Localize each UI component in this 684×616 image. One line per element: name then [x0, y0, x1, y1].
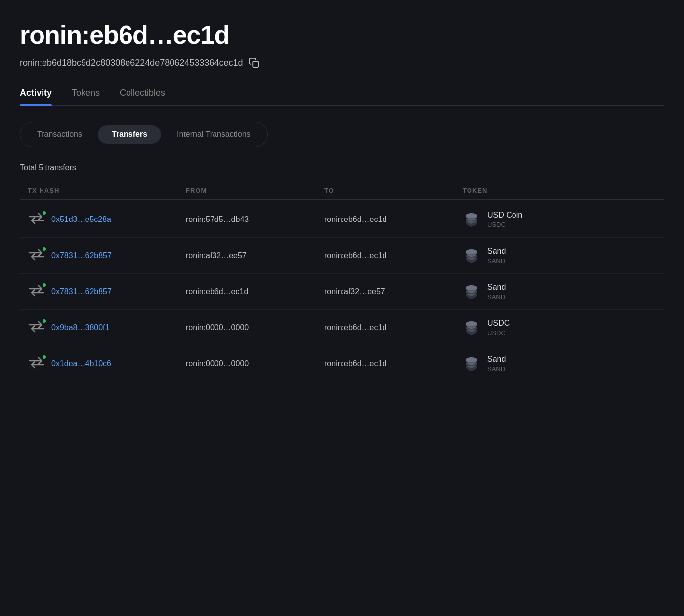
table-row: 0x51d3…e5c28a ronin:57d5…db43 ronin:eb6d… [20, 202, 664, 238]
tx-hash-link[interactable]: 0x51d3…e5c28a [51, 215, 111, 224]
subtab-internal-transactions[interactable]: Internal Transactions [163, 125, 264, 144]
address-row: ronin:eb6d18bc9d2c80308e6224de7806245333… [20, 57, 664, 68]
subtabs-container: Transactions Transfers Internal Transact… [20, 122, 268, 147]
to-address: ronin:eb6d…ec1d [324, 323, 463, 332]
table-row: 0x7831…62b857 ronin:af32…ee57 ronin:eb6d… [20, 238, 664, 274]
tx-hash-cell: 0x7831…62b857 [28, 284, 186, 300]
token-symbol: USDC [487, 329, 510, 337]
token-info: Sand SAND [487, 283, 506, 301]
tx-icon [28, 248, 45, 264]
token-symbol: SAND [487, 365, 506, 373]
from-address: ronin:eb6d…ec1d [186, 287, 324, 296]
tx-icon [28, 356, 45, 372]
status-dot [42, 354, 47, 360]
status-dot [42, 282, 47, 288]
tx-hash-cell: 0x7831…62b857 [28, 248, 186, 264]
token-stack-icon [463, 212, 480, 227]
tx-hash-link[interactable]: 0x9ba8…3800f1 [51, 323, 109, 332]
table-header: TX HASH FROM TO TOKEN [20, 182, 664, 200]
token-stack-icon [463, 248, 480, 264]
transfers-table: TX HASH FROM TO TOKEN 0x51d3…e5c28a roni… [20, 182, 664, 382]
token-cell: Sand SAND [463, 247, 656, 264]
tx-hash-cell: 0x51d3…e5c28a [28, 212, 186, 227]
to-address: ronin:eb6d…ec1d [324, 359, 463, 368]
tab-tokens[interactable]: Tokens [72, 88, 100, 105]
table-row: 0x9ba8…3800f1 ronin:0000…0000 ronin:eb6d… [20, 310, 664, 346]
token-stack-icon [463, 320, 480, 336]
tab-collectibles[interactable]: Collectibles [120, 88, 165, 105]
from-address: ronin:0000…0000 [186, 323, 324, 332]
token-cell: Sand SAND [463, 355, 656, 373]
token-symbol: USDC [487, 221, 522, 228]
token-info: USD Coin USDC [487, 211, 522, 228]
token-cell: USDC USDC [463, 319, 656, 337]
subtab-transfers[interactable]: Transfers [98, 125, 161, 144]
col-header-from: FROM [186, 187, 324, 194]
from-address: ronin:0000…0000 [186, 359, 324, 368]
tx-hash-link[interactable]: 0x7831…62b857 [51, 251, 112, 260]
to-address: ronin:af32…ee57 [324, 287, 463, 296]
tx-hash-cell: 0x1dea…4b10c6 [28, 356, 186, 372]
token-info: Sand SAND [487, 247, 506, 264]
token-stack-icon [463, 284, 480, 300]
token-symbol: SAND [487, 293, 506, 301]
total-transfers-label: Total 5 transfers [20, 163, 664, 172]
to-address: ronin:eb6d…ec1d [324, 251, 463, 260]
table-row: 0x7831…62b857 ronin:eb6d…ec1d ronin:af32… [20, 274, 664, 310]
page-title: ronin:eb6d…ec1d [20, 20, 664, 49]
to-address: ronin:eb6d…ec1d [324, 215, 463, 224]
copy-icon[interactable] [249, 57, 259, 68]
full-address: ronin:eb6d18bc9d2c80308e6224de7806245333… [20, 58, 243, 68]
svg-rect-0 [253, 61, 259, 67]
token-symbol: SAND [487, 257, 506, 264]
from-address: ronin:af32…ee57 [186, 251, 324, 260]
col-header-txhash: TX HASH [28, 187, 186, 194]
tx-icon [28, 212, 45, 227]
token-name: USD Coin [487, 211, 522, 220]
token-name: USDC [487, 319, 510, 328]
tx-icon [28, 284, 45, 300]
token-info: USDC USDC [487, 319, 510, 337]
status-dot [42, 246, 47, 252]
subtab-transactions[interactable]: Transactions [23, 125, 96, 144]
tx-hash-cell: 0x9ba8…3800f1 [28, 320, 186, 336]
token-cell: USD Coin USDC [463, 211, 656, 228]
token-name: Sand [487, 247, 506, 256]
col-header-to: TO [324, 187, 463, 194]
token-cell: Sand SAND [463, 283, 656, 301]
status-dot [42, 318, 47, 324]
main-tabs: Activity Tokens Collectibles [20, 88, 664, 106]
tx-hash-link[interactable]: 0x7831…62b857 [51, 287, 112, 296]
tx-icon [28, 320, 45, 336]
token-name: Sand [487, 283, 506, 292]
tab-activity[interactable]: Activity [20, 88, 52, 105]
table-row: 0x1dea…4b10c6 ronin:0000…0000 ronin:eb6d… [20, 346, 664, 382]
tx-hash-link[interactable]: 0x1dea…4b10c6 [51, 359, 111, 368]
token-info: Sand SAND [487, 355, 506, 373]
token-stack-icon [463, 356, 480, 372]
from-address: ronin:57d5…db43 [186, 215, 324, 224]
token-name: Sand [487, 355, 506, 364]
col-header-token: TOKEN [463, 187, 656, 194]
status-dot [42, 210, 47, 216]
